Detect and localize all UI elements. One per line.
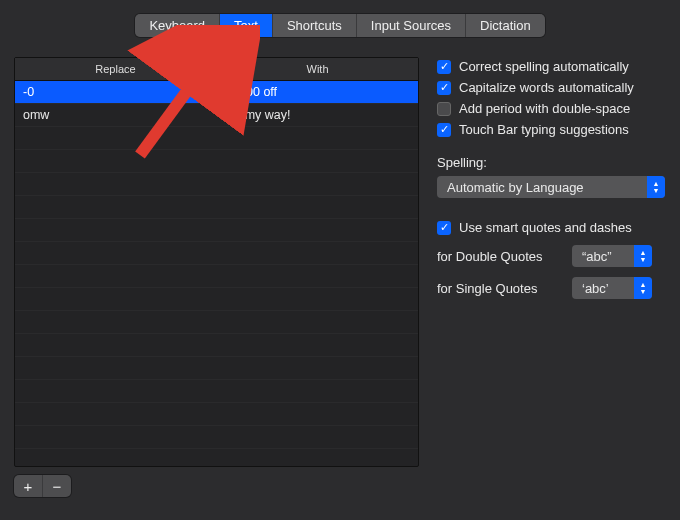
tab-keyboard[interactable]: Keyboard [135,14,220,37]
cell-with[interactable]: On my way! [217,108,419,122]
double-quotes-select[interactable]: “abc” ▲▼ [572,245,652,267]
tab-text[interactable]: Text [220,14,273,37]
table-row[interactable]: . [15,449,418,466]
checkbox-touch-bar[interactable]: ✓ [437,123,451,137]
add-remove-button-group: + − [14,475,71,497]
updown-arrows-icon: ▲▼ [634,245,652,267]
table-row[interactable]: -0 - $300 off [15,81,418,104]
label-smart-quotes: Use smart quotes and dashes [459,220,632,235]
minus-icon: − [53,478,62,495]
checkbox-capitalize[interactable]: ✓ [437,81,451,95]
checkbox-correct-spelling[interactable]: ✓ [437,60,451,74]
check-icon: ✓ [440,60,449,73]
single-quotes-value: ‘abc’ [582,281,609,296]
options-panel: ✓ Correct spelling automatically ✓ Capit… [437,57,666,497]
label-correct-spelling: Correct spelling automatically [459,59,629,74]
table-body: -0 - $300 off omw On my way! . . . . . .… [15,81,418,466]
label-double-quotes: for Double Quotes [437,249,562,264]
cell-replace[interactable]: -0 [15,85,217,99]
spelling-select-value: Automatic by Language [447,180,584,195]
remove-button[interactable]: − [43,475,71,497]
plus-icon: + [24,478,33,495]
updown-arrows-icon: ▲▼ [647,176,665,198]
table-row[interactable]: . [15,288,418,311]
label-double-space-period: Add period with double-space [459,101,630,116]
check-icon: ✓ [440,81,449,94]
check-icon: ✓ [440,221,449,234]
spelling-select[interactable]: Automatic by Language ▲▼ [437,176,665,198]
table-row[interactable]: . [15,242,418,265]
column-header-replace[interactable]: Replace ⌃ [15,58,217,80]
column-header-replace-label: Replace [95,63,135,75]
column-header-with-label: With [307,63,329,75]
table-row[interactable]: . [15,334,418,357]
table-row[interactable]: . [15,173,418,196]
table-row[interactable]: . [15,403,418,426]
table-row[interactable]: . [15,380,418,403]
table-row[interactable]: . [15,426,418,449]
tab-bar: Keyboard Text Shortcuts Input Sources Di… [0,0,680,37]
table-row[interactable]: . [15,196,418,219]
table-row[interactable]: omw On my way! [15,104,418,127]
label-touch-bar: Touch Bar typing suggestions [459,122,629,137]
cell-replace[interactable]: omw [15,108,217,122]
label-single-quotes: for Single Quotes [437,281,562,296]
double-quotes-value: “abc” [582,249,612,264]
sort-indicator-icon: ⌃ [200,64,208,74]
table-row[interactable]: . [15,150,418,173]
add-button[interactable]: + [14,475,43,497]
check-icon: ✓ [440,123,449,136]
table-row[interactable]: . [15,127,418,150]
updown-arrows-icon: ▲▼ [634,277,652,299]
tab-input-sources[interactable]: Input Sources [357,14,466,37]
table-row[interactable]: . [15,219,418,242]
cell-with[interactable]: - $300 off [217,85,419,99]
spelling-section-label: Spelling: [437,155,666,170]
table-row[interactable]: . [15,265,418,288]
single-quotes-select[interactable]: ‘abc’ ▲▼ [572,277,652,299]
table-header: Replace ⌃ With [15,58,418,81]
checkbox-double-space-period[interactable] [437,102,451,116]
tab-segmented-control: Keyboard Text Shortcuts Input Sources Di… [135,14,544,37]
label-capitalize: Capitalize words automatically [459,80,634,95]
table-row[interactable]: . [15,357,418,380]
tab-dictation[interactable]: Dictation [466,14,545,37]
column-header-with[interactable]: With [217,58,418,80]
replacements-table[interactable]: Replace ⌃ With -0 - $300 off omw On my w… [14,57,419,467]
table-row[interactable]: . [15,311,418,334]
checkbox-smart-quotes[interactable]: ✓ [437,221,451,235]
tab-shortcuts[interactable]: Shortcuts [273,14,357,37]
